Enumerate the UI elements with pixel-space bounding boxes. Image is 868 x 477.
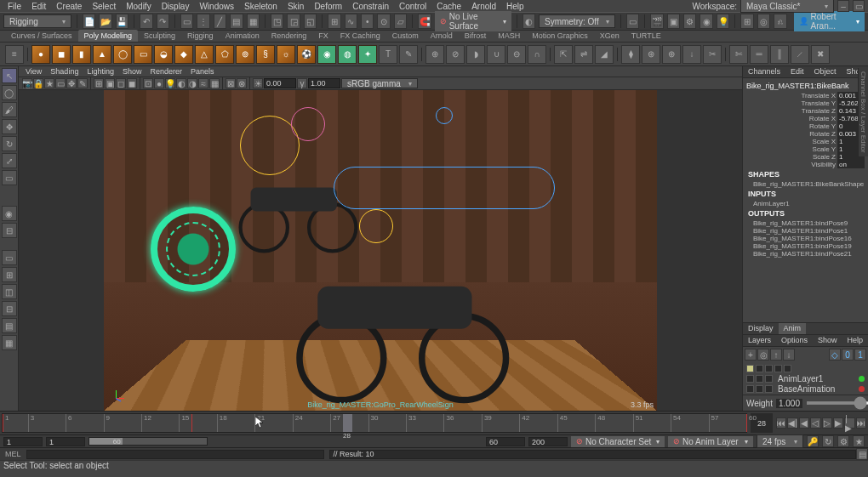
select-tool-icon[interactable]: ↖ bbox=[2, 68, 17, 83]
poly-platonic-icon[interactable]: ◆ bbox=[174, 45, 193, 64]
textured-icon[interactable]: ▦ bbox=[209, 78, 220, 88]
poly-disc-icon[interactable]: ◒ bbox=[154, 45, 173, 64]
soft-select-icon[interactable]: ◉ bbox=[2, 206, 17, 221]
shadows-icon[interactable]: ◐ bbox=[176, 78, 186, 88]
insert-edge-icon[interactable]: ═ bbox=[750, 45, 768, 64]
layer-sel-icon[interactable]: ◎ bbox=[757, 349, 769, 361]
wireframe-icon[interactable]: ⊡ bbox=[143, 78, 153, 88]
select-face-icon[interactable]: ▤ bbox=[230, 14, 243, 29]
new-scene-icon[interactable]: 📄 bbox=[83, 14, 95, 29]
colorspace-dropdown[interactable]: sRGB gamma bbox=[341, 78, 418, 88]
shelf-tab[interactable]: Arnold bbox=[425, 30, 459, 42]
zero-key-icon[interactable]: ◇ bbox=[829, 349, 841, 361]
list-item[interactable]: Bike_rig_MASTER1:bindPose16 bbox=[746, 235, 865, 242]
channel-row[interactable]: Translate Z0.143 bbox=[746, 107, 865, 115]
snap-point-icon[interactable]: • bbox=[361, 14, 374, 29]
fps-dropdown[interactable]: 24 fps bbox=[757, 434, 803, 448]
play-back-icon[interactable]: ◁ bbox=[810, 417, 820, 429]
cb-tab[interactable]: Edit bbox=[785, 66, 809, 77]
two-pane-side-icon[interactable]: ◫ bbox=[2, 284, 17, 299]
panel-menu-view[interactable]: View bbox=[22, 67, 45, 76]
make-live-icon[interactable]: 🧲 bbox=[418, 14, 431, 29]
poly-torus-icon[interactable]: ◯ bbox=[113, 45, 132, 64]
multicut-icon[interactable]: ✄ bbox=[729, 45, 748, 64]
shelf-tab[interactable]: Sculpting bbox=[138, 30, 181, 42]
delete-edge-icon[interactable]: ✖ bbox=[811, 45, 830, 64]
layer-up-icon[interactable]: ↑ bbox=[770, 349, 782, 361]
grease-pencil-icon[interactable]: ✎ bbox=[77, 78, 88, 88]
cmd-input[interactable] bbox=[26, 450, 324, 459]
panel-menu-renderer[interactable]: Renderer bbox=[146, 67, 186, 76]
undo-icon[interactable]: ↶ bbox=[140, 14, 152, 29]
separate-icon[interactable]: ⊘ bbox=[446, 45, 465, 64]
range-start-inner[interactable]: 1 bbox=[46, 437, 85, 446]
menu-select[interactable]: Select bbox=[88, 2, 120, 11]
lock-camera-icon[interactable]: 🔒 bbox=[33, 78, 43, 88]
bool-inter-icon[interactable]: ∩ bbox=[528, 45, 546, 64]
exposure-icon[interactable]: ☀ bbox=[253, 78, 263, 88]
poly-sphere-icon[interactable]: ● bbox=[31, 45, 50, 64]
step-fwd-key-icon[interactable]: |▶ bbox=[844, 417, 854, 429]
channel-row[interactable]: Visibilityon bbox=[746, 161, 865, 168]
menu-control[interactable]: Control bbox=[395, 2, 431, 11]
ipr-render-icon[interactable]: ▣ bbox=[667, 14, 680, 29]
four-pane-icon[interactable]: ⊞ bbox=[2, 267, 17, 282]
hypershade-icon[interactable]: ◉ bbox=[700, 14, 712, 29]
sym-toggle-icon[interactable]: ◐ bbox=[523, 14, 535, 29]
select-vertex-icon[interactable]: ⋮ bbox=[197, 14, 209, 29]
go-start-icon[interactable]: ⏮ bbox=[776, 417, 786, 429]
select-object-icon[interactable]: ▭ bbox=[180, 14, 193, 29]
svg-icon[interactable]: ✎ bbox=[399, 45, 418, 64]
panel-layout-icon[interactable]: ⊞ bbox=[740, 14, 753, 29]
anim-layer-row[interactable]: AnimLayer1 bbox=[745, 373, 866, 383]
poly-pyramid-icon[interactable]: △ bbox=[195, 45, 214, 64]
prefs-icon[interactable]: ⚙ bbox=[837, 435, 849, 447]
channel-row[interactable]: Rotate X-5.768 bbox=[746, 115, 865, 122]
panel-menu-show[interactable]: Show bbox=[119, 67, 146, 76]
combine-icon[interactable]: ⊕ bbox=[425, 45, 444, 64]
step-back-key-icon[interactable]: ◀| bbox=[787, 417, 798, 429]
move-tool-icon[interactable]: ✥ bbox=[2, 119, 17, 134]
da-tab[interactable]: Anim bbox=[779, 323, 807, 334]
xray-joints-icon[interactable]: ⊗ bbox=[237, 78, 247, 88]
play-fwd-icon[interactable]: ▷ bbox=[822, 417, 832, 429]
snap-center-icon[interactable]: ⊙ bbox=[377, 14, 390, 29]
no-char-set-dropdown[interactable]: No Character Set bbox=[571, 436, 665, 447]
shelf-tab[interactable]: Curves / Surfaces bbox=[5, 30, 78, 42]
select-uv-icon[interactable]: ▦ bbox=[247, 14, 260, 29]
workspace-dropdown[interactable]: Maya Classic* bbox=[740, 0, 834, 13]
shelf-tab[interactable]: FX bbox=[312, 30, 334, 42]
step-fwd-icon[interactable]: ▶ bbox=[833, 417, 843, 429]
shelf-tab[interactable]: Poly Modeling bbox=[78, 30, 139, 42]
poly-cone-icon[interactable]: ▲ bbox=[93, 45, 111, 64]
range-loop-icon[interactable]: ↻ bbox=[822, 435, 834, 447]
anim-layer-row[interactable]: BaseAnimation bbox=[745, 383, 866, 394]
list-item[interactable]: Bike_rig_MASTER1:BikeBankShape bbox=[746, 180, 865, 188]
shelf-tab[interactable]: Animation bbox=[220, 30, 266, 42]
range-anim-icon[interactable]: ★ bbox=[853, 435, 865, 447]
account-button[interactable]: Robert Aran... bbox=[794, 11, 865, 31]
list-item[interactable]: Bike_rig_MASTER1:bindPose19 bbox=[746, 242, 865, 250]
channel-row[interactable]: Translate X0.001 bbox=[746, 92, 865, 99]
light-editor-icon[interactable]: 💡 bbox=[717, 14, 729, 29]
cb-tab[interactable]: Object bbox=[809, 66, 842, 77]
render-settings-icon[interactable]: ⚙ bbox=[683, 14, 696, 29]
ghost-icon[interactable]: ⎌ bbox=[774, 14, 786, 29]
redo-icon[interactable]: ↷ bbox=[157, 14, 169, 29]
paint-select-tool-icon[interactable]: 🖌 bbox=[2, 102, 17, 117]
panel-menu-shading[interactable]: Shading bbox=[47, 67, 82, 76]
sym-x-icon[interactable]: ⊟ bbox=[2, 223, 17, 238]
resolution-gate-icon[interactable]: ◻ bbox=[116, 78, 126, 88]
xray-icon[interactable]: ⊠ bbox=[226, 78, 236, 88]
side-tab-channel-box[interactable]: Channel Box / Layer Editor bbox=[858, 68, 868, 156]
weight-slider[interactable] bbox=[806, 401, 868, 405]
menu-windows[interactable]: Windows bbox=[195, 2, 238, 11]
channel-row[interactable]: Scale X1 bbox=[746, 138, 865, 145]
minimize-icon[interactable]: – bbox=[837, 0, 849, 12]
poly-gear-icon[interactable]: ☼ bbox=[277, 45, 295, 64]
poly-soccer-icon[interactable]: ⚽ bbox=[297, 45, 316, 64]
menu-constrain[interactable]: Constrain bbox=[348, 2, 393, 11]
shelf-tab[interactable]: Custom bbox=[386, 30, 425, 42]
snap-curve-icon[interactable]: ∿ bbox=[345, 14, 357, 29]
select-camera-icon[interactable]: 📷 bbox=[22, 78, 32, 88]
